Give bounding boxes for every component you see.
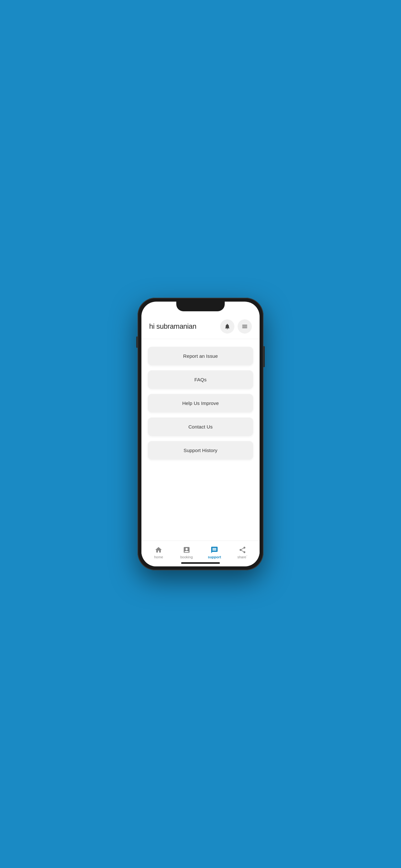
- greeting-text: hi subramanian: [149, 322, 196, 331]
- header-icons: [220, 319, 252, 334]
- nav-share-label: share`: [237, 555, 247, 559]
- share-icon: [239, 546, 246, 554]
- phone-screen: hi subramanian: [142, 302, 259, 566]
- contact-us-button[interactable]: Contact Us: [148, 417, 253, 436]
- nav-home[interactable]: home: [149, 546, 168, 559]
- nav-support[interactable]: support: [205, 546, 224, 559]
- nav-home-label: home: [154, 555, 163, 559]
- nav-share[interactable]: share`: [233, 546, 252, 559]
- home-icon: [155, 546, 162, 554]
- support-icon: [211, 546, 218, 554]
- nav-support-label: support: [208, 555, 221, 559]
- screen-content: hi subramanian: [142, 302, 259, 566]
- notification-button[interactable]: [220, 319, 235, 334]
- booking-icon: [183, 546, 190, 554]
- support-history-button[interactable]: Support History: [148, 441, 253, 460]
- help-improve-button[interactable]: Help Us Improve: [148, 394, 253, 412]
- notch: [176, 302, 225, 311]
- phone-frame: hi subramanian: [137, 298, 264, 570]
- faqs-button[interactable]: FAQs: [148, 370, 253, 389]
- report-issue-button[interactable]: Report an Issue: [148, 347, 253, 365]
- bell-icon: [224, 323, 230, 330]
- header: hi subramanian: [142, 313, 259, 339]
- nav-booking-label: booking: [180, 555, 193, 559]
- nav-booking[interactable]: booking: [177, 546, 196, 559]
- menu-button[interactable]: [238, 319, 252, 334]
- menu-list: Report an Issue FAQs Help Us Improve Con…: [142, 339, 259, 540]
- home-indicator: [181, 562, 220, 564]
- hamburger-icon: [242, 323, 248, 330]
